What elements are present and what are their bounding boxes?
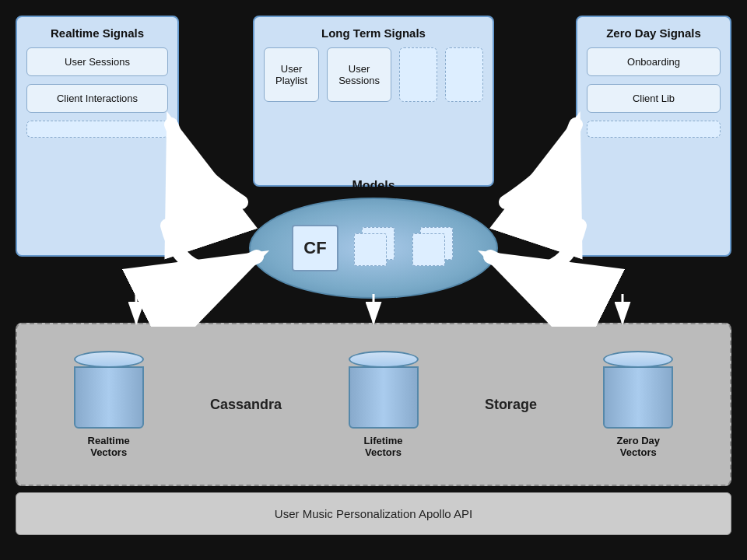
zeroday-signals-title: Zero Day Signals [587,26,721,40]
model-cube-2 [354,227,397,270]
zeroday-empty-card [587,121,721,138]
zeroday-vectors-cylinder: Zero DayVectors [603,351,673,458]
longterm-items: User Playlist User Sessions [264,47,483,102]
diagram-container: Realtime Signals User Sessions Client In… [0,0,747,560]
cyl-body-3 [603,366,673,429]
bottom-section: RealtimeVectors Cassandra LifetimeVector… [16,323,731,548]
realtime-signals-title: Realtime Signals [26,26,168,40]
cyl-top-2 [349,351,419,368]
models-area: Models CF [249,179,498,299]
cyl-body-1 [74,366,144,429]
client-interactions-card: Client Interactions [26,84,168,113]
onboarding-card: Onboarding [587,47,721,76]
cyl-top-1 [74,351,144,368]
realtime-signals-box: Realtime Signals User Sessions Client In… [16,16,179,257]
apollo-api-bar: User Music Personalization Apollo API [16,492,731,535]
longterm-empty-1 [399,47,437,102]
storage-label: Storage [485,397,537,413]
zeroday-vectors-label: Zero DayVectors [616,435,660,458]
longterm-signals-box: Long Term Signals User Playlist User Ses… [253,16,494,187]
zeroday-items: Onboarding Client Lib [587,47,721,138]
longterm-user-sessions-card: User Sessions [327,47,391,102]
model-cube-3 [412,227,455,270]
longterm-signals-title: Long Term Signals [264,26,483,40]
cyl-top-3 [603,351,673,368]
user-sessions-card: User Sessions [26,47,168,76]
apollo-api-label: User Music Personalization Apollo API [275,507,472,520]
longterm-empty-2 [445,47,483,102]
client-lib-card: Client Lib [587,84,721,113]
cassandra-label: Cassandra [210,397,282,413]
realtime-vectors-cylinder: RealtimeVectors [74,351,144,458]
realtime-items: User Sessions Client Interactions [26,47,168,138]
realtime-vectors-label: RealtimeVectors [88,435,130,458]
cassandra-storage-box: RealtimeVectors Cassandra LifetimeVector… [16,323,731,486]
realtime-empty-card [26,121,168,138]
zeroday-signals-box: Zero Day Signals Onboarding Client Lib [576,16,731,257]
user-playlist-card: User Playlist [264,47,319,102]
models-ellipse: CF [249,198,498,299]
models-label: Models [249,179,498,193]
lifetime-vectors-label: LifetimeVectors [364,435,403,458]
cf-model-cube: CF [292,225,338,271]
lifetime-vectors-cylinder: LifetimeVectors [349,351,419,458]
cyl-body-2 [349,366,419,429]
cube-front-2 [412,233,445,266]
cube-front [354,233,387,266]
